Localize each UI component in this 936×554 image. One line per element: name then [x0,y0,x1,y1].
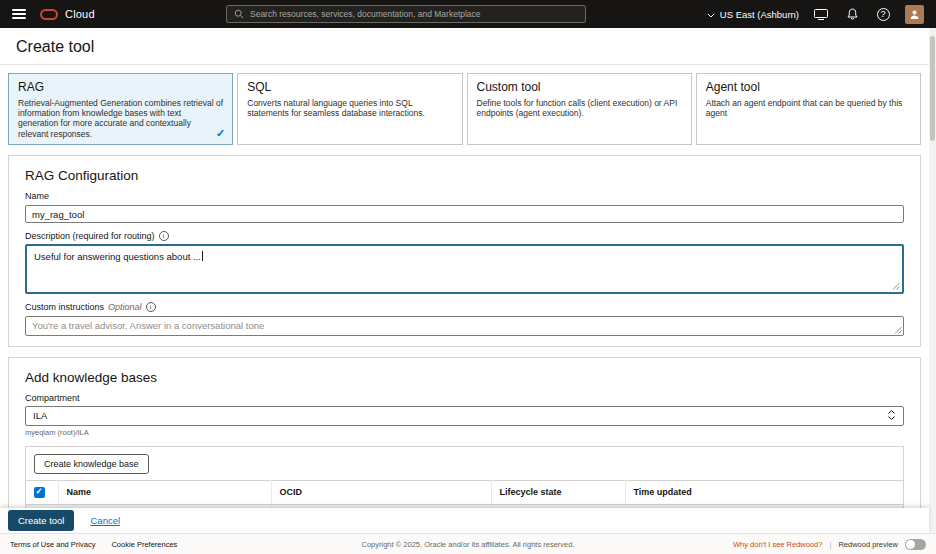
hamburger-menu-icon[interactable] [12,9,26,19]
tool-card-rag[interactable]: RAG Retrieval-Augmented Generation combi… [8,73,233,145]
compartment-label: Compartment [25,393,904,403]
name-input[interactable] [25,205,904,223]
page-title: Create tool [16,38,913,56]
redwood-preview-label: Redwood preview [838,540,898,549]
card-title: Custom tool [477,80,682,94]
text-cursor [202,251,203,261]
add-knowledge-bases-section: Add knowledge bases Compartment ILA myeq… [8,357,921,533]
table-toolbar: Create knowledge base [26,447,903,480]
selected-compartment: ILA [33,410,47,421]
column-header-ocid[interactable]: OCID [271,480,491,504]
action-bar: Create tool Cancel [0,508,929,533]
card-title: RAG [18,80,223,94]
card-description: Define tools for function calls (client … [477,98,682,118]
name-field: Name [25,191,904,224]
redwood-help-link[interactable]: Why don't I see Redwood? [733,540,822,549]
topbar-actions: US East (Ashburn) [707,5,924,24]
select-all-checkbox[interactable] [34,487,45,498]
region-label: US East (Ashburn) [720,9,799,20]
resize-grip-icon[interactable] [894,326,902,334]
create-tool-button[interactable]: Create tool [8,510,74,531]
cancel-link[interactable]: Cancel [90,515,120,526]
divider [829,540,831,549]
label-text: Description (required for routing) [25,231,155,241]
description-label: Description (required for routing) [25,231,904,241]
help-icon[interactable] [874,5,892,23]
custom-instructions-label: Custom instructions Optional [25,302,904,312]
page-header: Create tool [0,28,929,65]
info-icon[interactable] [146,302,156,312]
console-footer: Terms of Use and Privacy Cookie Preferen… [0,533,936,554]
search-input[interactable] [250,9,578,19]
custom-instructions-input[interactable] [25,316,904,336]
footer-links: Terms of Use and Privacy Cookie Preferen… [10,540,177,549]
terms-link[interactable]: Terms of Use and Privacy [10,540,95,549]
region-selector[interactable]: US East (Ashburn) [707,9,799,20]
card-description: Converts natural language queries into S… [247,98,452,118]
card-description: Attach an agent endpoint that can be que… [706,98,911,118]
label-text: Name [25,191,49,201]
card-title: Agent tool [706,80,911,94]
redwood-preview-toggle[interactable] [905,539,926,550]
tool-type-cards: RAG Retrieval-Augmented Generation combi… [8,73,921,145]
main-content: Create tool RAG Retrieval-Augmented Gene… [0,28,929,533]
redwood-controls: Why don't I see Redwood? Redwood preview [733,539,926,550]
global-search[interactable] [226,5,586,23]
column-header-updated[interactable]: Time updated [625,480,903,504]
name-label: Name [25,191,904,201]
resize-grip-icon[interactable] [892,282,900,290]
chevron-down-icon [707,9,715,20]
section-title: Add knowledge bases [25,370,904,385]
compartment-path: myeqlam (root)/ILA [25,428,904,437]
selected-check-icon [216,127,225,140]
info-icon[interactable] [159,231,169,241]
scrollbar-thumb[interactable] [930,36,935,141]
table-header-row: Name OCID Lifecycle state Time updated [26,480,903,504]
cookie-preferences-link[interactable]: Cookie Preferences [111,540,177,549]
custom-instructions-field: Custom instructions Optional [25,302,904,336]
card-description: Retrieval-Augmented Generation combines … [18,98,223,139]
cloud-shell-icon[interactable] [812,5,830,23]
label-text: Compartment [25,393,80,403]
compartment-field: Compartment ILA myeqlam (root)/ILA [25,393,904,437]
vertical-scrollbar[interactable] [929,28,936,533]
select-stepper-icon [887,409,896,423]
column-header-state[interactable]: Lifecycle state [491,480,625,504]
search-icon [234,5,244,23]
tool-card-sql[interactable]: SQL Converts natural language queries in… [237,73,462,145]
top-navigation-bar: Cloud US East (Ashburn) [0,0,936,28]
create-knowledge-base-button[interactable]: Create knowledge base [34,454,149,474]
oci-console-window: Cloud US East (Ashburn) [0,0,936,554]
optional-tag: Optional [108,302,142,312]
user-avatar[interactable] [905,5,924,24]
description-textarea[interactable]: Useful for answering questions about ... [25,244,904,294]
label-text: Custom instructions [25,302,104,312]
rag-configuration-section: RAG Configuration Name Description (requ… [8,155,921,347]
notifications-bell-icon[interactable] [843,5,861,23]
oracle-logo-icon[interactable] [40,9,58,20]
description-value: Useful for answering questions about ... [34,251,201,262]
section-title: RAG Configuration [25,168,904,183]
column-header-name[interactable]: Name [58,480,271,504]
description-field: Description (required for routing) Usefu… [25,231,904,294]
brand-label: Cloud [65,8,95,20]
copyright-text: Copyright © 2025, Oracle and/or its affi… [362,540,575,549]
card-title: SQL [247,80,452,94]
compartment-select[interactable]: ILA [25,406,904,426]
tool-card-agent[interactable]: Agent tool Attach an agent endpoint that… [696,73,921,145]
tool-card-custom[interactable]: Custom tool Define tools for function ca… [467,73,692,145]
toggle-knob [906,540,915,549]
